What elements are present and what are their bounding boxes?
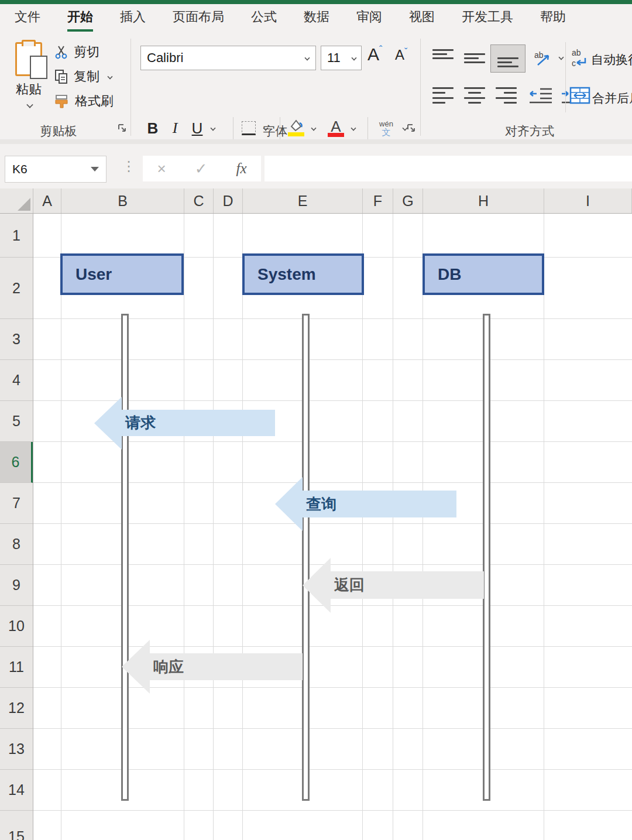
font-group-label: 字体 [130, 123, 420, 139]
column-header-I[interactable]: I [544, 188, 632, 213]
decrease-indent-button[interactable] [527, 85, 555, 105]
message-label: 返回 [334, 571, 365, 599]
row-header-6[interactable]: 6 [0, 442, 33, 483]
message-label: 响应 [153, 653, 184, 680]
middle-align-button[interactable] [462, 48, 487, 68]
column-header-G[interactable]: G [393, 188, 423, 213]
svg-text:ab: ab [534, 50, 544, 60]
format-painter-button[interactable]: 格式刷 [54, 90, 114, 112]
align-left-icon [432, 87, 454, 104]
increase-font-button[interactable]: Aˆ [367, 44, 382, 64]
row-header-3[interactable]: 3 [0, 319, 33, 360]
tab-label: 开发工具 [462, 9, 513, 29]
decrease-font-button[interactable]: Aˇ [395, 47, 407, 63]
tab-2[interactable]: 开始 [54, 8, 107, 34]
message-arrow-head[interactable] [94, 397, 122, 450]
paste-clipboard-icon [15, 42, 42, 76]
tab-4[interactable]: 页面布局 [159, 8, 238, 34]
tab-1[interactable]: 文件 [1, 8, 54, 34]
wrap-text-button[interactable]: ab c [571, 47, 590, 69]
copy-button[interactable]: 复制 [54, 66, 112, 88]
row-header-10[interactable]: 10 [0, 606, 33, 647]
bottom-align-button[interactable] [490, 44, 525, 73]
more-dots-icon[interactable]: ⋮ [122, 158, 136, 174]
gridline-vertical [423, 214, 423, 840]
lifeline-db[interactable] [483, 314, 490, 801]
svg-text:c: c [572, 59, 576, 68]
lifeline-user[interactable] [121, 314, 129, 801]
actor-box-system[interactable]: System [242, 253, 364, 295]
tab-6[interactable]: 数据 [290, 8, 343, 34]
paste-button[interactable]: 粘贴 [6, 40, 51, 117]
bottom-align-icon [497, 50, 518, 67]
merge-center-label[interactable]: 合并后居中 [592, 90, 632, 107]
wrap-text-label[interactable]: 自动换行 [591, 52, 632, 68]
merge-center-button[interactable] [569, 85, 591, 105]
gridline-vertical [61, 214, 61, 840]
column-header-A[interactable]: A [33, 188, 61, 213]
formula-input[interactable] [265, 156, 632, 181]
tab-5[interactable]: 公式 [238, 8, 290, 34]
tab-7[interactable]: 审阅 [343, 8, 396, 34]
enter-icon[interactable]: ✓ [195, 160, 208, 178]
font-name-combobox[interactable]: Calibri [140, 46, 316, 70]
insert-function-icon[interactable]: fx [236, 160, 246, 177]
paste-label: 粘贴 [16, 81, 42, 98]
gridline-vertical [544, 214, 544, 840]
tab-9[interactable]: 开发工具 [448, 8, 527, 34]
align-left-button[interactable] [430, 85, 456, 105]
top-align-button[interactable] [430, 48, 456, 68]
row-header-1[interactable]: 1 [0, 214, 33, 258]
cut-button[interactable]: 剪切 [54, 41, 99, 63]
message-arrow-head[interactable] [303, 558, 331, 613]
format-painter-icon [54, 94, 70, 109]
column-header-E[interactable]: E [243, 188, 363, 213]
tab-10[interactable]: 帮助 [527, 8, 579, 34]
font-dialog-launcher-icon[interactable] [406, 123, 417, 133]
font-name-dropdown-icon[interactable] [304, 55, 310, 60]
actor-box-user[interactable]: User [60, 253, 184, 295]
column-header-H[interactable]: H [423, 188, 544, 213]
name-box-dropdown-icon[interactable] [91, 167, 99, 172]
column-header-C[interactable]: C [184, 188, 214, 213]
tab-8[interactable]: 视图 [396, 8, 448, 34]
row-header-13[interactable]: 13 [0, 729, 33, 770]
name-box[interactable]: K6 [5, 156, 107, 183]
copy-dropdown-icon[interactable] [107, 74, 112, 79]
row-header-11[interactable]: 11 [0, 647, 33, 688]
orientation-button[interactable]: ab [531, 47, 555, 69]
tab-3[interactable]: 插入 [107, 8, 159, 34]
row-header-5[interactable]: 5 [0, 401, 33, 442]
align-center-icon [464, 87, 485, 104]
message-arrow-head[interactable] [122, 640, 150, 694]
row-header-12[interactable]: 12 [0, 688, 33, 729]
orientation-dropdown-icon[interactable] [555, 50, 565, 64]
cancel-icon[interactable]: × [157, 160, 166, 178]
column-header-B[interactable]: B [61, 188, 184, 213]
row-header-9[interactable]: 9 [0, 565, 33, 606]
scissors-icon [54, 44, 69, 60]
row-header-14[interactable]: 14 [0, 770, 33, 811]
clipboard-dialog-launcher-icon[interactable] [117, 123, 128, 133]
align-center-button[interactable] [462, 85, 487, 105]
excel-window: 文件开始插入页面布局公式数据审阅视图开发工具帮助 粘贴 剪切 [0, 0, 632, 840]
gridline-vertical [213, 214, 214, 840]
select-all-button[interactable] [0, 188, 33, 213]
paste-dropdown-icon[interactable] [26, 101, 33, 108]
row-header-15[interactable]: 15 [0, 811, 33, 840]
font-size-dropdown-icon[interactable] [351, 55, 356, 60]
clipboard-group-label: 剪贴板 [0, 123, 117, 139]
row-header-8[interactable]: 8 [0, 524, 33, 565]
row-header-7[interactable]: 7 [0, 483, 33, 524]
align-right-icon [496, 87, 517, 104]
column-header-D[interactable]: D [214, 188, 243, 213]
titlebar-strip [0, 0, 632, 4]
row-header-4[interactable]: 4 [0, 360, 33, 401]
row-header-2[interactable]: 2 [0, 258, 33, 319]
message-arrow-head[interactable] [275, 477, 303, 531]
align-right-button[interactable] [493, 85, 519, 105]
column-header-F[interactable]: F [363, 188, 393, 213]
font-size-combobox[interactable]: 11 [321, 46, 362, 70]
actor-box-db[interactable]: DB [423, 253, 544, 295]
message-label: 请求 [125, 410, 156, 436]
